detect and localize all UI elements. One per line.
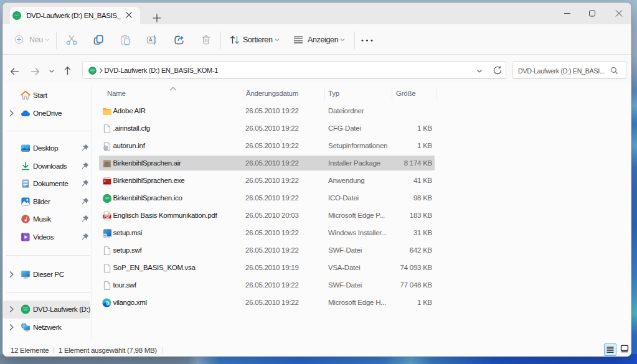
svg-text:PDF: PDF bbox=[105, 215, 110, 218]
